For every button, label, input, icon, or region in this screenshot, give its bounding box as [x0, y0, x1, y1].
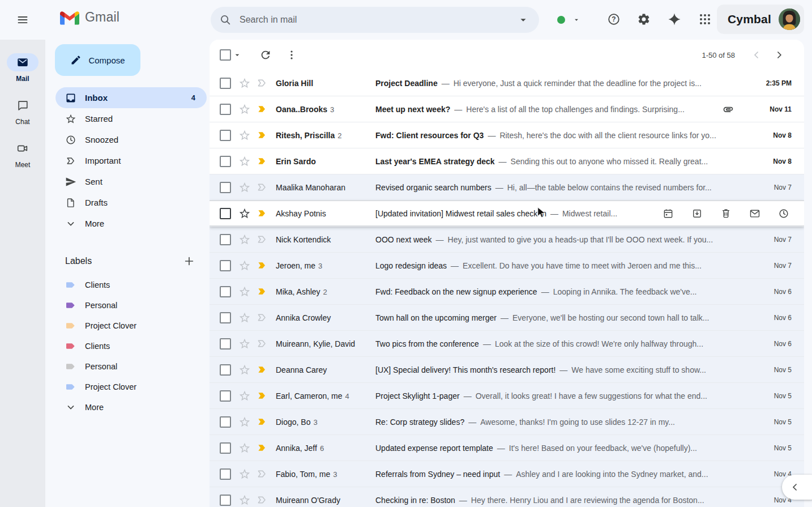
labels-more[interactable]: More — [55, 397, 207, 417]
star-icon[interactable] — [238, 312, 251, 324]
sidebar-item-sent[interactable]: Sent — [55, 171, 207, 192]
newer-page-button[interactable] — [745, 44, 768, 66]
email-row[interactable]: Earl, Cameron, me4 Project Skylight 1-pa… — [210, 383, 804, 409]
email-row[interactable]: Muireann, Kylie, David Two pics from the… — [210, 331, 804, 357]
star-icon[interactable] — [238, 259, 251, 272]
row-checkbox[interactable] — [220, 104, 231, 115]
email-row[interactable]: Mika, Ashley2 Fwd: Feedback on the new s… — [210, 279, 804, 305]
older-page-button[interactable] — [768, 44, 790, 66]
more-options-button[interactable] — [280, 44, 303, 66]
sidebar-item-important[interactable]: Important — [55, 150, 207, 171]
sidebar-label-item[interactable]: Clients — [55, 275, 207, 295]
sidebar-item-inbox[interactable]: Inbox 4 — [55, 87, 207, 108]
row-checkbox[interactable] — [220, 312, 231, 323]
star-icon[interactable] — [238, 390, 251, 402]
importance-marker-icon[interactable] — [256, 468, 268, 480]
email-row[interactable]: Diogo, Bo3 Re: Corp strategy slides? — A… — [210, 409, 804, 435]
add-label-button[interactable] — [183, 255, 195, 267]
importance-marker-icon[interactable] — [256, 286, 268, 297]
importance-marker-icon[interactable] — [256, 312, 268, 323]
email-row[interactable]: Fabio, Tom, me3 Referrals from Sydney – … — [210, 461, 804, 487]
sidebar-item-starred[interactable]: Starred — [55, 108, 207, 129]
importance-marker-icon[interactable] — [256, 494, 268, 506]
star-icon[interactable] — [238, 207, 251, 220]
importance-marker-icon[interactable] — [256, 233, 268, 245]
settings-button[interactable] — [630, 6, 657, 33]
row-checkbox[interactable] — [220, 364, 231, 376]
snooze-icon[interactable] — [778, 208, 789, 219]
presence-status[interactable] — [557, 6, 580, 33]
rail-item-chat[interactable]: Chat — [0, 96, 45, 126]
row-checkbox[interactable] — [220, 130, 231, 141]
email-row[interactable]: Maalika Manoharan Revised organic search… — [210, 174, 804, 201]
importance-marker-icon[interactable] — [256, 416, 268, 428]
rail-item-meet[interactable]: Meet — [0, 139, 45, 169]
row-checkbox[interactable] — [220, 208, 231, 219]
row-checkbox[interactable] — [220, 156, 231, 167]
calendar-icon[interactable] — [663, 208, 674, 219]
star-icon[interactable] — [238, 77, 251, 90]
importance-marker-icon[interactable] — [256, 207, 268, 219]
importance-marker-icon[interactable] — [256, 364, 268, 376]
importance-marker-icon[interactable] — [256, 442, 268, 454]
email-row[interactable]: Oana..Brooks3 Meet up next week? — Here'… — [210, 96, 804, 122]
importance-marker-icon[interactable] — [256, 77, 268, 89]
sidebar-label-item[interactable]: Project Clover — [55, 316, 207, 336]
email-row[interactable]: Akshay Potnis [Updated invitation] Midwe… — [210, 201, 804, 227]
star-icon[interactable] — [238, 129, 251, 142]
star-icon[interactable] — [238, 494, 251, 506]
mark-unread-icon[interactable] — [749, 208, 760, 219]
star-icon[interactable] — [238, 338, 251, 350]
star-icon[interactable] — [238, 442, 251, 454]
row-checkbox[interactable] — [220, 495, 231, 506]
importance-marker-icon[interactable] — [256, 181, 268, 193]
star-icon[interactable] — [238, 468, 251, 480]
email-row[interactable]: Deanna Carey [UX] Special delivery! This… — [210, 357, 804, 383]
row-checkbox[interactable] — [220, 182, 231, 193]
row-checkbox[interactable] — [220, 338, 231, 350]
email-row[interactable]: Gloria Hill Project Deadline — Hi everyo… — [210, 70, 804, 96]
row-checkbox[interactable] — [220, 78, 231, 89]
main-menu-button[interactable] — [12, 9, 33, 31]
email-row[interactable]: Ritesh, Priscilla2 Fwd: Client resources… — [210, 122, 804, 148]
side-panel-toggle[interactable] — [782, 475, 812, 500]
sidebar-label-item[interactable]: Project Clover — [55, 377, 207, 397]
select-dropdown-button[interactable] — [233, 50, 242, 59]
importance-marker-icon[interactable] — [256, 259, 268, 271]
email-row[interactable]: Erin Sardo Last year's EMEA strategy dec… — [210, 148, 804, 174]
sidebar-item-more[interactable]: More — [55, 213, 207, 234]
email-row[interactable]: Annika, Jeff6 Updated expense report tem… — [210, 435, 804, 461]
apps-button[interactable] — [691, 6, 719, 33]
importance-marker-icon[interactable] — [256, 129, 268, 141]
star-icon[interactable] — [238, 286, 251, 298]
importance-marker-icon[interactable] — [256, 390, 268, 402]
row-checkbox[interactable] — [220, 234, 231, 245]
row-checkbox[interactable] — [220, 442, 231, 454]
email-row[interactable]: Muireann O'Grady Checking in re: Boston … — [210, 487, 804, 507]
sidebar-label-item[interactable]: Personal — [55, 295, 207, 316]
row-checkbox[interactable] — [220, 260, 231, 271]
star-icon[interactable] — [238, 233, 251, 246]
search-input[interactable] — [238, 14, 513, 25]
rail-item-mail[interactable]: Mail — [0, 53, 45, 83]
gemini-button[interactable] — [661, 6, 688, 33]
search-icon[interactable] — [219, 14, 232, 26]
sidebar-item-drafts[interactable]: Drafts — [55, 192, 207, 213]
select-all-checkbox[interactable] — [220, 49, 231, 61]
avatar[interactable] — [779, 8, 800, 30]
refresh-button[interactable] — [254, 44, 277, 66]
sidebar-label-item[interactable]: Personal — [55, 356, 207, 377]
row-checkbox[interactable] — [220, 390, 231, 402]
star-icon[interactable] — [238, 416, 251, 428]
star-icon[interactable] — [238, 155, 251, 168]
archive-icon[interactable] — [691, 208, 703, 219]
star-icon[interactable] — [238, 364, 251, 376]
search-bar[interactable] — [211, 7, 539, 33]
email-row[interactable]: Jeroen, me3 Logo redesign ideas — Excell… — [210, 253, 804, 279]
row-checkbox[interactable] — [220, 468, 231, 480]
sidebar-item-snoozed[interactable]: Snoozed — [55, 129, 207, 150]
importance-marker-icon[interactable] — [256, 155, 268, 167]
email-row[interactable]: Annika Crowley Town hall on the upcoming… — [210, 305, 804, 331]
row-checkbox[interactable] — [220, 286, 231, 297]
importance-marker-icon[interactable] — [256, 103, 268, 115]
